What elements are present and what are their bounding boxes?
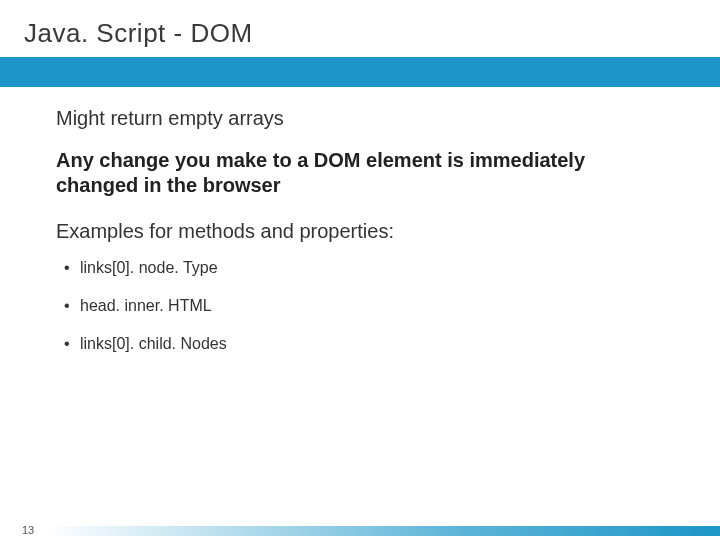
body-text-3: Examples for methods and properties: [56, 220, 680, 243]
list-item: head. inner. HTML [64, 297, 680, 315]
footer-gradient-bar [44, 526, 720, 536]
footer: 13 [0, 518, 720, 540]
page-number: 13 [22, 524, 34, 536]
body-text-1: Might return empty arrays [56, 107, 680, 130]
title-area: Java. Script - DOM [0, 0, 720, 57]
content-area: Might return empty arrays Any change you… [0, 87, 720, 353]
title-underline-bar [0, 57, 720, 87]
slide-container: Java. Script - DOM Might return empty ar… [0, 0, 720, 540]
body-text-bold: Any change you make to a DOM element is … [56, 148, 616, 198]
bullet-list: links[0]. node. Type head. inner. HTML l… [56, 259, 680, 353]
list-item: links[0]. node. Type [64, 259, 680, 277]
list-item: links[0]. child. Nodes [64, 335, 680, 353]
slide-title: Java. Script - DOM [24, 18, 720, 49]
